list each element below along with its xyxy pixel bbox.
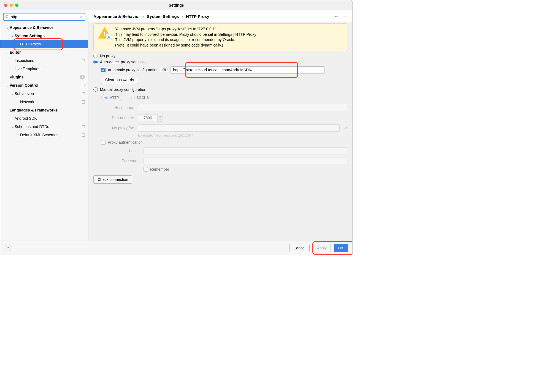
- settings-search[interactable]: [3, 13, 85, 21]
- pac-url-row: Automatic proxy configuration URL:: [101, 66, 347, 74]
- help-button[interactable]: ?: [5, 245, 11, 251]
- chevron-down-icon: ⌄: [5, 84, 9, 87]
- sidebar-item-plugins[interactable]: Plugins1: [0, 73, 88, 81]
- apply-button[interactable]: Apply: [313, 244, 331, 252]
- sidebar-item-label: Inspections: [15, 58, 34, 63]
- sidebar-item-default-xml[interactable]: Default XML Schemas: [0, 131, 88, 139]
- project-scope-icon: [82, 125, 85, 128]
- clear-passwords-button[interactable]: Clear passwords: [101, 76, 138, 84]
- chevron-down-icon: ⌄: [10, 125, 14, 129]
- warning-line: You have JVM property "https.proxyHost" …: [115, 26, 256, 32]
- host-input[interactable]: [138, 104, 347, 111]
- sidebar-item-subversion[interactable]: ⌄Subversion: [0, 89, 88, 98]
- port-spinner[interactable]: ▲▼: [138, 114, 163, 122]
- login-input[interactable]: [144, 147, 347, 154]
- breadcrumb: Appearance & Behavior › System Settings …: [93, 14, 334, 19]
- sidebar-item-network[interactable]: Network: [0, 98, 88, 106]
- warning-line: This may lead to incorrect behaviour. Pr…: [115, 32, 256, 37]
- plugins-badge: 1: [80, 75, 85, 80]
- project-scope-icon: [82, 134, 85, 137]
- no-proxy-radio[interactable]: No proxy: [93, 54, 347, 58]
- sidebar-item-system-settings[interactable]: ⌄System Settings: [0, 32, 88, 40]
- sidebar-item-langs[interactable]: ⌄Languages & Frameworks: [0, 106, 88, 114]
- cancel-button[interactable]: Cancel: [289, 244, 310, 252]
- manual-proxy-section: HTTP SOCKS Host name: Port: [101, 94, 347, 172]
- no-proxy-example: Example: *.domain.com, 192.168.*: [138, 133, 347, 137]
- socks-protocol-radio[interactable]: SOCKS: [128, 94, 152, 101]
- pac-url-input[interactable]: [171, 66, 325, 74]
- nav-forward-button: →: [342, 13, 347, 19]
- auto-detect-radio[interactable]: Auto-detect proxy settings: [93, 60, 347, 64]
- chevron-down-icon: ⌄: [10, 92, 14, 96]
- breadcrumb-item[interactable]: System Settings: [147, 14, 179, 19]
- sidebar-item-label: Subversion: [15, 91, 34, 96]
- remember-checkbox[interactable]: Remember: [144, 167, 347, 172]
- chevron-right-icon: ›: [182, 14, 183, 19]
- sidebar-item-label: Android SDK: [15, 116, 37, 121]
- sidebar-item-label: Languages & Frameworks: [10, 108, 58, 112]
- stepper-down-icon[interactable]: ▼: [158, 118, 163, 121]
- project-scope-icon: [82, 92, 85, 95]
- nav-back-button[interactable]: ←: [334, 13, 339, 19]
- sidebar-item-android-sdk[interactable]: Android SDK: [0, 114, 88, 122]
- dialog-footer: ? Cancel Apply OK: [0, 241, 352, 255]
- chevron-right-icon: ›: [143, 14, 144, 19]
- password-label: Password:: [107, 159, 140, 163]
- sidebar-item-http-proxy[interactable]: HTTP Proxy: [0, 40, 88, 48]
- password-input[interactable]: [144, 157, 347, 164]
- sidebar-item-label: Schemas and DTDs: [15, 124, 49, 129]
- sidebar-item-label: System Settings: [15, 34, 45, 38]
- http-protocol-radio[interactable]: HTTP: [101, 94, 122, 101]
- chevron-down-icon: ⌄: [5, 108, 9, 112]
- sidebar-item-label: Live Templates: [15, 67, 40, 71]
- search-icon: [5, 15, 9, 19]
- settings-window: Settings ⌄Appearance & Behavior⌄System S…: [0, 0, 353, 255]
- sidebar-item-label: Network: [20, 100, 34, 104]
- sidebar-item-inspections[interactable]: Inspections: [0, 56, 88, 65]
- sidebar-item-editor[interactable]: ⌄Editor: [0, 48, 88, 56]
- project-scope-icon: [82, 84, 85, 87]
- breadcrumb-item[interactable]: Appearance & Behavior: [93, 14, 140, 19]
- check-connection-button[interactable]: Check connection: [93, 175, 132, 184]
- settings-sidebar: ⌄Appearance & Behavior⌄System SettingsHT…: [0, 10, 88, 241]
- search-input[interactable]: [11, 15, 79, 19]
- jvm-proxy-warning: You have JVM property "https.proxyHost" …: [93, 23, 347, 51]
- svg-point-0: [6, 15, 8, 18]
- ok-button[interactable]: OK: [334, 244, 348, 252]
- no-proxy-label: No proxy: [100, 54, 115, 58]
- port-label: Port number:: [101, 116, 134, 120]
- clear-search-icon[interactable]: [79, 15, 83, 19]
- pac-url-label: Automatic proxy configuration URL:: [108, 68, 168, 72]
- sidebar-item-schemas[interactable]: ⌄Schemas and DTDs: [0, 122, 88, 131]
- proxy-auth-checkbox[interactable]: Proxy authentication: [101, 140, 347, 145]
- sidebar-item-label: Default XML Schemas: [20, 133, 58, 137]
- warning-line: This JVM property is old and its usage i…: [115, 37, 256, 43]
- no-proxy-for-input[interactable]: [138, 124, 340, 132]
- pac-url-checkbox[interactable]: [101, 68, 106, 72]
- host-label: Host name:: [101, 105, 134, 110]
- warning-line: (Note: It could have been assigned by so…: [115, 43, 256, 48]
- expand-icon[interactable]: ⤢: [345, 126, 347, 130]
- sidebar-item-label: Appearance & Behavior: [10, 25, 53, 30]
- sidebar-item-appearance[interactable]: ⌄Appearance & Behavior: [0, 23, 88, 32]
- sidebar-item-label: Version Control: [10, 83, 38, 88]
- titlebar: Settings: [0, 0, 352, 10]
- auto-detect-label: Auto-detect proxy settings: [100, 60, 145, 64]
- port-input[interactable]: [138, 114, 157, 121]
- chevron-down-icon: ⌄: [5, 51, 9, 54]
- login-label: Login:: [107, 149, 140, 153]
- stepper-up-icon[interactable]: ▲: [158, 114, 163, 118]
- sidebar-item-version-control[interactable]: ⌄Version Control: [0, 81, 88, 89]
- manual-proxy-label: Manual proxy configuration: [100, 87, 146, 92]
- chevron-down-icon: ⌄: [5, 26, 9, 29]
- project-scope-icon: [82, 100, 85, 104]
- manual-proxy-radio[interactable]: Manual proxy configuration: [93, 87, 347, 92]
- svg-line-1: [8, 17, 9, 18]
- settings-tree[interactable]: ⌄Appearance & Behavior⌄System SettingsHT…: [0, 22, 88, 241]
- project-scope-icon: [82, 59, 85, 62]
- no-proxy-for-label: No proxy for:: [101, 126, 134, 130]
- chevron-down-icon: ⌄: [10, 34, 14, 38]
- sidebar-item-live-templates[interactable]: Live Templates: [0, 65, 88, 73]
- window-title: Settings: [0, 3, 352, 7]
- android-studio-icon: [106, 34, 112, 40]
